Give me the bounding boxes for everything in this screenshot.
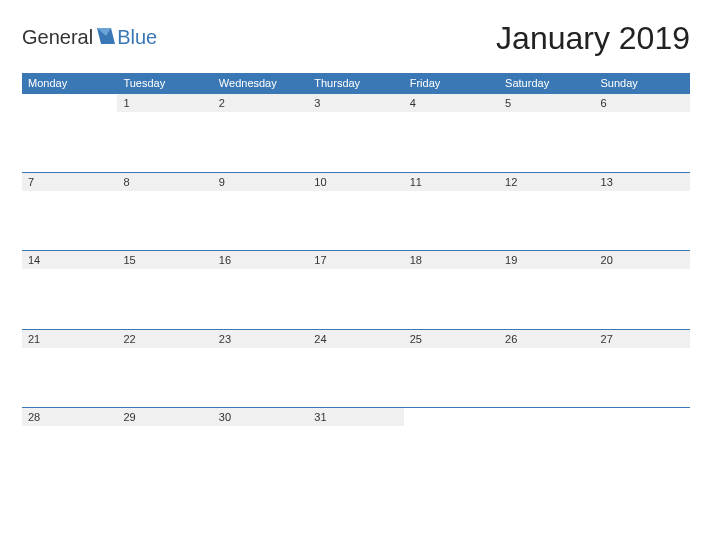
day-cell: 28 xyxy=(22,408,117,427)
day-cell: 13 xyxy=(595,172,690,191)
day-cell: 3 xyxy=(308,94,403,113)
spacer-row xyxy=(22,191,690,251)
day-cell: 11 xyxy=(404,172,499,191)
day-cell: 4 xyxy=(404,94,499,113)
day-cell: 31 xyxy=(308,408,403,427)
page-title: January 2019 xyxy=(496,20,690,57)
week-row: 7 8 9 10 11 12 13 xyxy=(22,172,690,191)
day-cell: 1 xyxy=(117,94,212,113)
weekday-header: Thursday xyxy=(308,73,403,94)
logo-triangle-icon xyxy=(97,28,115,48)
day-cell: 30 xyxy=(213,408,308,427)
day-cell: 5 xyxy=(499,94,594,113)
weekday-header: Monday xyxy=(22,73,117,94)
week-row: 28 29 30 31 xyxy=(22,408,690,427)
spacer-row xyxy=(22,426,690,486)
weekday-header: Saturday xyxy=(499,73,594,94)
day-cell: 10 xyxy=(308,172,403,191)
weekday-header-row: Monday Tuesday Wednesday Thursday Friday… xyxy=(22,73,690,94)
day-cell: 12 xyxy=(499,172,594,191)
day-cell: 20 xyxy=(595,251,690,270)
calendar-body: 1 2 3 4 5 6 7 8 9 10 11 12 13 14 15 16 1… xyxy=(22,94,690,487)
logo-text-general: General xyxy=(22,26,93,49)
day-cell: 18 xyxy=(404,251,499,270)
day-cell: 2 xyxy=(213,94,308,113)
header: General Blue January 2019 xyxy=(22,20,690,57)
spacer-row xyxy=(22,269,690,329)
day-cell: 26 xyxy=(499,329,594,348)
week-row: 21 22 23 24 25 26 27 xyxy=(22,329,690,348)
logo: General Blue xyxy=(22,20,157,49)
logo-text-blue: Blue xyxy=(117,26,157,49)
day-cell-empty xyxy=(499,408,594,427)
day-cell: 19 xyxy=(499,251,594,270)
weekday-header: Friday xyxy=(404,73,499,94)
day-cell-empty xyxy=(404,408,499,427)
weekday-header: Sunday xyxy=(595,73,690,94)
week-row: 1 2 3 4 5 6 xyxy=(22,94,690,113)
day-cell: 8 xyxy=(117,172,212,191)
day-cell: 16 xyxy=(213,251,308,270)
day-cell-empty xyxy=(595,408,690,427)
day-cell: 23 xyxy=(213,329,308,348)
day-cell: 6 xyxy=(595,94,690,113)
spacer-row xyxy=(22,112,690,172)
calendar-grid: Monday Tuesday Wednesday Thursday Friday… xyxy=(22,73,690,486)
day-cell: 24 xyxy=(308,329,403,348)
day-cell: 29 xyxy=(117,408,212,427)
weekday-header: Wednesday xyxy=(213,73,308,94)
day-cell: 25 xyxy=(404,329,499,348)
weekday-header: Tuesday xyxy=(117,73,212,94)
day-cell: 14 xyxy=(22,251,117,270)
spacer-row xyxy=(22,348,690,408)
day-cell: 7 xyxy=(22,172,117,191)
day-cell: 27 xyxy=(595,329,690,348)
day-cell: 17 xyxy=(308,251,403,270)
day-cell: 15 xyxy=(117,251,212,270)
week-row: 14 15 16 17 18 19 20 xyxy=(22,251,690,270)
day-cell: 21 xyxy=(22,329,117,348)
day-cell-empty xyxy=(22,94,117,113)
day-cell: 22 xyxy=(117,329,212,348)
day-cell: 9 xyxy=(213,172,308,191)
